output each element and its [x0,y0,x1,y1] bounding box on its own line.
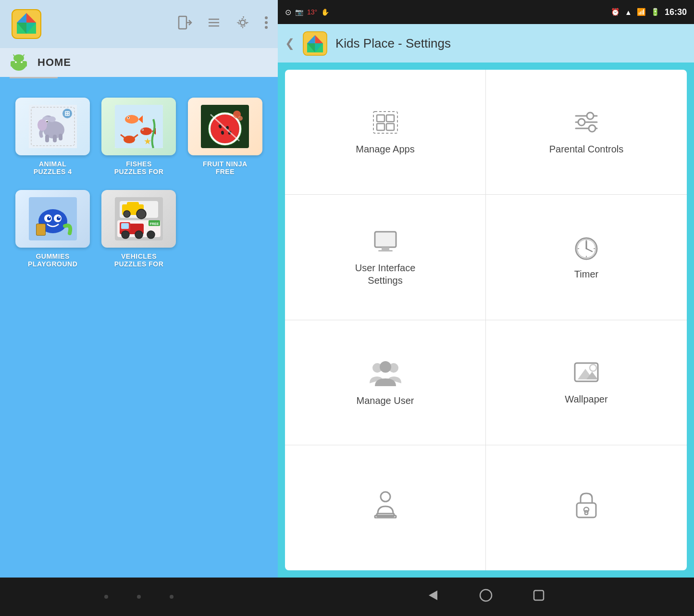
settings-item-parental-controls[interactable]: Parental Controls [486,70,687,195]
timer-label: Timer [574,268,598,280]
svg-point-13 [265,16,268,19]
temperature-display: 13° [307,8,317,16]
back-button[interactable]: ❮ [285,37,295,50]
svg-point-48 [128,117,129,118]
nav-home-label: HOME [37,56,71,69]
svg-rect-102 [377,124,384,130]
svg-point-107 [587,113,594,119]
svg-point-15 [265,26,268,29]
svg-rect-103 [386,124,394,130]
svg-point-74 [49,217,50,218]
svg-point-38 [37,119,47,131]
app-item-animal-puzzles[interactable]: ANIMALPUZZLES 4 [14,98,91,176]
right-panel: ⊙ 📷 13° ✋ ⏰ ▲ 📶 🔋 16:30 ❮ [278,0,694,616]
settings-item-timer[interactable]: Timer [486,195,687,320]
svg-point-83 [136,209,146,219]
stamp-icon [371,490,400,518]
list-icon[interactable] [207,15,221,33]
manage-user-icon [369,358,402,387]
more-icon[interactable] [264,16,268,33]
svg-rect-137 [534,591,544,600]
svg-point-129 [381,492,390,502]
settings-item-stamp[interactable] [285,445,486,570]
app-icon-vehicles: FREE [101,190,176,248]
left-nav: HOME [0,48,278,77]
signal-icon: 📶 [637,8,646,16]
settings-card: Manage Apps Parental Controls [285,70,687,570]
svg-rect-101 [386,115,394,122]
svg-rect-25 [14,66,17,70]
nav-back-button[interactable] [426,588,440,606]
svg-point-136 [480,590,492,601]
svg-point-90 [147,231,155,239]
wifi-icon: ▲ [625,8,632,16]
gear-icon[interactable] [235,15,250,33]
app-name-vehicles: VEHICLESPUZZLES FOR [114,252,164,268]
login-icon[interactable] [178,15,192,33]
status-right: ⏰ ▲ 📶 🔋 16:30 [611,7,687,17]
svg-point-52 [142,129,143,130]
hand-icon: ✋ [321,8,329,16]
svg-point-89 [135,231,143,239]
svg-rect-113 [378,250,393,251]
android-icon [10,52,28,73]
svg-point-109 [589,125,595,132]
nav-recents-button[interactable] [532,588,546,606]
toolbar-icons [178,15,268,33]
settings-item-ui[interactable]: User InterfaceSettings [285,195,486,320]
nav-home-button[interactable] [479,588,493,606]
app-icon-gummies [15,190,90,248]
svg-point-34 [46,121,48,123]
svg-point-32 [48,116,56,122]
manage-apps-icon [371,109,400,136]
app-name-gummies: GUMMIESPLAYGROUND [28,252,77,268]
settings-item-lock[interactable] [486,445,687,570]
battery-icon: 🔋 [651,8,660,16]
svg-rect-6 [179,16,186,29]
app-icon-fish: ★ [101,98,176,155]
svg-point-14 [265,21,268,24]
left-toolbar [0,0,278,48]
dot-3 [170,595,174,599]
status-left: ⊙ 📷 13° ✋ [285,8,329,17]
dot-1 [104,595,108,599]
settings-item-manage-apps[interactable]: Manage Apps [285,70,486,195]
manage-apps-label: Manage Apps [356,143,414,155]
dot-2 [137,595,141,599]
wallpaper-label: Wallpaper [565,393,607,405]
app-item-gummies[interactable]: GUMMIESPLAYGROUND [14,190,91,268]
photo-icon: 📷 [295,8,303,16]
app-item-fishes[interactable]: ★ FISHESPUZZLES FOR [100,98,177,176]
svg-rect-17 [12,61,25,68]
left-bottom-bar [0,578,278,616]
app-item-vehicles[interactable]: FREE VEHICLESPUZZLES FOR [100,190,177,268]
svg-point-124 [380,361,391,373]
svg-point-75 [58,217,60,218]
header-title: Kids Place - Settings [335,36,451,51]
svg-rect-26 [21,66,23,70]
svg-point-11 [240,20,245,25]
settings-item-wallpaper[interactable]: Wallpaper [486,320,687,445]
lock-icon [572,490,601,518]
app-name-fruit: FRUIT NINJAFREE [203,160,248,176]
status-bar: ⊙ 📷 13° ✋ ⏰ ▲ 📶 🔋 16:30 [278,0,694,24]
svg-point-88 [122,231,129,239]
settings-item-manage-user[interactable]: Manage User [285,320,486,445]
app-item-fruit-ninja[interactable]: FRUIT NINJAFREE [187,98,263,176]
svg-point-108 [578,119,585,126]
svg-rect-112 [382,247,389,250]
svg-text:★: ★ [144,137,151,146]
apps-grid: ANIMALPUZZLES 4 [0,78,278,578]
alarm-icon: ⏰ [611,8,620,16]
header-logo [302,30,328,57]
svg-point-82 [124,211,130,217]
svg-point-128 [590,365,596,371]
svg-rect-23 [11,61,13,67]
svg-rect-37 [59,134,62,140]
parental-controls-icon [572,109,601,136]
svg-marker-135 [429,591,437,600]
left-panel: HOME [0,0,278,616]
parental-controls-label: Parental Controls [549,143,624,155]
app-icon-animal [15,98,90,155]
svg-text:FREE: FREE [150,222,159,226]
